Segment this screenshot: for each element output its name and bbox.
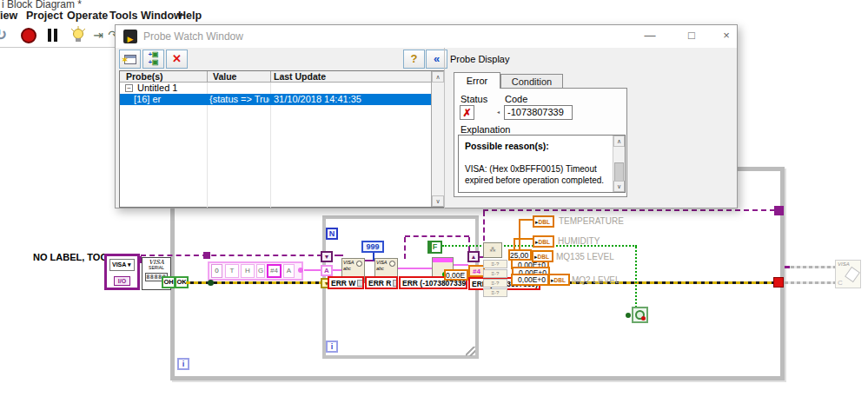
scroll-thumb[interactable] [614,162,624,182]
string-tunnel[interactable]: A [321,265,333,276]
new-probe-watch-button[interactable]: ✕✶ [119,50,141,69]
scan-from-string-node[interactable]: ⁂ [483,242,502,258]
pane-divider[interactable] [444,48,445,209]
string-wire [333,269,341,271]
indicator-mq2[interactable]: ▸DBL [548,274,570,286]
toolbar-separator [0,47,116,48]
probe-table: Probe(s) Value Last Update − Untitled 1 … [119,70,444,208]
indicator-mq135[interactable]: ▸DBL [532,250,553,262]
for-loop-count-terminal[interactable]: N [326,228,338,240]
shift-register-right[interactable]: ▲ [467,251,480,262]
scan-output-row: ≡-? [483,279,507,288]
dimmed-visa-wire [785,266,790,268]
probe-watch-window: ▶ Probe Watch Window — □ × ✕✶ +▣+▣ ✕ ? «… [115,24,738,208]
visa-resource-control[interactable]: VISA ▾ I/O [104,254,140,290]
scroll-up-icon[interactable]: ∧ [432,71,444,83]
probe-window-toolbar: ✕✶ +▣+▣ ✕ ? « [116,48,737,71]
probe-table-header: Probe(s) Value Last Update [120,71,443,83]
probe-window-title: Probe Watch Window [143,30,243,43]
menu-window[interactable]: Window [141,10,182,22]
menu-help[interactable]: Help [178,10,202,22]
dimmed-visa-wire [785,266,835,268]
numeric-value[interactable]: 0,00E+0 [511,274,549,286]
scroll-down-icon[interactable]: ∨ [432,195,444,207]
loop-condition-terminal[interactable] [632,307,648,323]
error-status-indicator: ✗ [460,105,474,120]
menu-view[interactable]: View [0,10,17,22]
error-code-field[interactable]: -1073807339 [504,105,573,120]
code-label: Code [505,94,527,104]
error-cluster-read[interactable]: ERR R [365,276,398,289]
visa-wire [140,256,142,263]
col-probes[interactable]: Probe(s) [126,71,163,83]
indicator-humidity[interactable]: ▸DBL [533,235,554,248]
tab-error[interactable]: Error [454,72,500,89]
probe-group-row[interactable]: − Untitled 1 [120,83,431,94]
for-loop-iteration-terminal[interactable]: i [326,341,338,353]
menu-tools[interactable]: Tools [109,10,137,22]
add-probes-icon: +▣+▣ [143,50,163,66]
numeric-value[interactable]: 0,00E [444,269,468,281]
string-array-constant[interactable]: 0 T H G #4 A [208,261,303,281]
table-scrollbar[interactable]: ∧ ∨ [431,71,444,207]
probe-window-titlebar[interactable]: ▶ Probe Watch Window — □ × [116,25,737,48]
boolean-wire [635,247,637,308]
help-button[interactable]: ? [403,50,425,69]
col-last-update[interactable]: Last Update [274,71,326,83]
add-probes-button[interactable]: +▣+▣ [142,50,164,69]
visa-wire [404,237,406,259]
boolean-constant-oh[interactable]: OH [162,276,176,288]
numeric-spinner-icon[interactable]: ◂ [497,109,500,115]
array-cell[interactable]: T [225,264,239,278]
scan-output-row: ≡-? [483,269,507,278]
dialog-icon [357,280,364,287]
array-cell[interactable]: G [256,264,265,278]
minimize-button[interactable]: — [635,25,665,48]
timeout-clock-icon [356,261,362,267]
timeout-constant[interactable]: 999 [361,241,384,253]
close-door-icon [845,267,860,282]
abort-button[interactable] [21,28,36,43]
dbl-wire [519,220,520,249]
probe-row-selected[interactable]: [16] er {status => True, code 31/10/2018… [120,94,431,105]
visa-tunnel [774,206,784,215]
error-cluster-write[interactable]: ERR W [328,276,364,289]
menu-operate[interactable]: Operate [67,10,108,22]
false-constant[interactable]: F [427,241,442,254]
maximize-button[interactable]: □ [677,25,706,48]
visa-resource-dropdown[interactable]: VISA ▾ [109,259,135,271]
pattern-strip [433,258,453,262]
tab-condition[interactable]: Condition [500,74,563,89]
visa-close-node[interactable]: VISA C [835,260,861,288]
string-wire [398,268,432,269]
visa-wire [405,235,469,237]
remove-probe-button[interactable]: ✕ [166,50,188,69]
scroll-down-icon[interactable]: ∨ [613,181,625,192]
array-cell[interactable]: H [241,264,255,278]
loop-resize-handle[interactable] [466,347,475,356]
scroll-up-icon[interactable]: ∧ [613,136,625,147]
array-cell[interactable]: A [283,264,295,278]
highlight-execution-icon[interactable] [70,26,87,45]
indicator-label: MQ2 LEVEL [572,275,620,285]
tree-collapse-icon[interactable]: − [125,84,133,92]
menu-project[interactable]: Project [26,10,63,22]
array-index[interactable]: 0 [211,264,222,278]
pause-button[interactable] [46,29,59,43]
array-cell-selected[interactable]: #4 [267,264,282,278]
indicator-temperature[interactable]: ▸DBL [533,215,554,228]
shift-register-left[interactable]: ▼ [321,251,333,262]
run-continuously-icon[interactable]: ↻ [0,25,7,44]
error-tab-page: Status Code ✗ ◂ -1073807339 Explanation … [454,88,627,197]
visa-wire [335,255,343,256]
close-button[interactable]: × [712,25,741,48]
col-value[interactable]: Value [213,71,236,83]
indicator-label: TEMPERATURE [559,216,624,226]
while-loop-iteration-terminal[interactable]: i [177,358,189,370]
labview-app-icon: ▶ [123,30,137,43]
wire-junction [203,252,210,259]
wire-junction [208,280,214,286]
scan-output-row: ≡-? [483,288,507,297]
explanation-scrollbar[interactable]: ∧ ∨ [613,136,625,192]
probe-display-label: Probe Display [450,54,509,64]
